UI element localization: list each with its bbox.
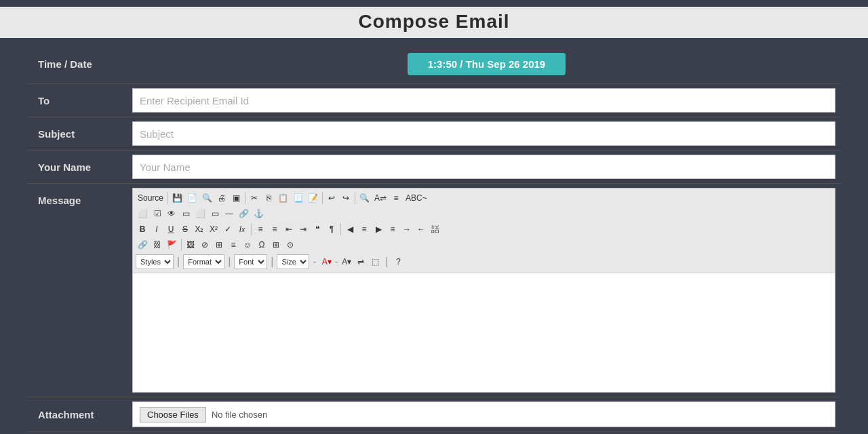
subject-label: Subject bbox=[27, 128, 132, 140]
italic-btn[interactable]: I bbox=[150, 222, 163, 237]
align-center-btn[interactable]: ≡ bbox=[357, 222, 371, 237]
bullet-list-btn[interactable]: ≡ bbox=[268, 222, 281, 237]
align-justify-btn[interactable]: ≡ bbox=[386, 222, 399, 237]
image-btn[interactable]: 🖼 bbox=[184, 237, 197, 252]
find-replace-btn[interactable]: A⇌ bbox=[372, 191, 389, 205]
cut-btn[interactable]: ✂ bbox=[248, 191, 261, 205]
source-btn[interactable]: Source bbox=[136, 191, 165, 205]
bidirtl-btn[interactable]: ← bbox=[414, 222, 428, 237]
superscript-btn[interactable]: X² bbox=[207, 222, 220, 237]
subject-input[interactable] bbox=[132, 121, 835, 146]
copy-btn[interactable]: ⎘ bbox=[262, 191, 275, 205]
print-btn[interactable]: 🖨 bbox=[215, 191, 229, 205]
lang-btn[interactable]: 話 bbox=[429, 222, 442, 237]
paste-word-btn[interactable]: 📝 bbox=[306, 191, 320, 205]
bidiltr-btn[interactable]: → bbox=[400, 222, 414, 237]
your-name-input[interactable] bbox=[132, 155, 835, 179]
decrease-indent-btn[interactable]: ⇤ bbox=[282, 222, 296, 237]
preview2-btn[interactable]: 👁 bbox=[165, 206, 178, 221]
link-btn[interactable]: 🔗 bbox=[237, 206, 251, 221]
sep-7 bbox=[181, 239, 182, 251]
attachment-label: Attachment bbox=[27, 409, 132, 420]
table-btn[interactable]: ⊞ bbox=[212, 237, 226, 252]
increase-indent-btn[interactable]: ⇥ bbox=[296, 222, 310, 237]
templates-btn[interactable]: ▣ bbox=[229, 191, 243, 205]
link2-btn[interactable]: 🔗 bbox=[136, 237, 150, 252]
sep-1 bbox=[167, 192, 168, 204]
strike-btn[interactable]: S bbox=[178, 222, 192, 237]
time-date-value: 1:3:50 / Thu Sep 26 2019 bbox=[408, 53, 566, 75]
align-right-btn[interactable]: ▶ bbox=[372, 222, 385, 237]
font-color-btn[interactable]: A▾ bbox=[320, 254, 334, 269]
paste-format-btn[interactable]: ⬚ bbox=[368, 254, 382, 269]
file-input-wrapper: Choose Files No file chosen bbox=[132, 401, 835, 427]
sep-4 bbox=[355, 192, 355, 204]
toolbar-row-4: 🔗 ⛓ 🚩 🖼 ⊘ ⊞ ≡ ☺ Ω ⊞ ⊙ bbox=[136, 237, 832, 252]
your-name-label: Your Name bbox=[27, 161, 132, 173]
time-date-row: Time / Date 1:3:50 / Thu Sep 26 2019 bbox=[27, 45, 841, 84]
pagebreak-btn[interactable]: ⊞ bbox=[269, 237, 283, 252]
sep-3 bbox=[322, 192, 323, 204]
smiley-btn[interactable]: ☺ bbox=[241, 237, 254, 252]
anchor-btn[interactable]: ⚓ bbox=[252, 206, 266, 221]
unlink-btn[interactable]: ⛓ bbox=[151, 237, 164, 252]
message-row: Message Source 💾 📄 🔍 🖨 ▣ ✂ ⎘ 📋 📃 � bbox=[27, 184, 841, 397]
show-blocks-btn[interactable]: ☑ bbox=[151, 206, 164, 221]
paste-text-btn[interactable]: 📃 bbox=[291, 191, 305, 205]
flash-btn[interactable]: ⊘ bbox=[198, 237, 212, 252]
preview-btn[interactable]: 🔍 bbox=[200, 191, 214, 205]
copy-format2-btn[interactable]: ⇌ bbox=[354, 254, 368, 269]
toolbar-row-1: Source 💾 📄 🔍 🖨 ▣ ✂ ⎘ 📋 📃 📝 ↩ ↪ bbox=[136, 191, 832, 205]
toolbar: Source 💾 📄 🔍 🖨 ▣ ✂ ⎘ 📋 📃 📝 ↩ ↪ bbox=[133, 189, 835, 273]
no-file-text: No file chosen bbox=[212, 410, 267, 420]
save-btn[interactable]: 💾 bbox=[170, 191, 184, 205]
to-input[interactable] bbox=[132, 88, 835, 113]
align-left-btn[interactable]: ◀ bbox=[343, 222, 357, 237]
paste-btn[interactable]: 📋 bbox=[276, 191, 290, 205]
hr-btn[interactable]: — bbox=[222, 206, 236, 221]
maximize-btn[interactable]: ⬜ bbox=[136, 206, 150, 221]
format-select[interactable]: Format bbox=[183, 254, 224, 269]
creatediv-btn[interactable]: ¶ bbox=[325, 222, 338, 237]
copy-format-btn[interactable]: Ix bbox=[235, 222, 249, 237]
numbered-list-btn[interactable]: ≡ bbox=[254, 222, 267, 237]
bold-btn[interactable]: B bbox=[136, 222, 149, 237]
time-date-label: Time / Date bbox=[27, 58, 132, 70]
your-name-row: Your Name bbox=[27, 151, 841, 184]
subscript-btn[interactable]: X₂ bbox=[193, 222, 206, 237]
page-title: Compose Email bbox=[0, 7, 868, 38]
redo-btn[interactable]: ↪ bbox=[339, 191, 353, 205]
spell-btn[interactable]: ABC~ bbox=[403, 191, 429, 205]
div-btn[interactable]: ⬜ bbox=[193, 206, 208, 221]
help-btn[interactable]: ? bbox=[391, 254, 405, 269]
font-select[interactable]: Font bbox=[234, 254, 267, 269]
sep-6 bbox=[340, 223, 341, 235]
btn-btn[interactable]: ▭ bbox=[208, 206, 222, 221]
sep-5 bbox=[251, 223, 252, 235]
undo-btn[interactable]: ↩ bbox=[325, 191, 338, 205]
underline-btn[interactable]: U bbox=[164, 222, 178, 237]
blockquote-btn[interactable]: ❝ bbox=[311, 222, 324, 237]
toolbar-row-5: Styles | Format | Font | Size - A▾ - A▾ … bbox=[136, 253, 832, 271]
toolbar-row-2: ⬜ ☑ 👁 ▭ ⬜ ▭ — 🔗 ⚓ bbox=[136, 206, 832, 221]
subject-row: Subject bbox=[27, 117, 841, 151]
styles-select[interactable]: Styles bbox=[136, 254, 174, 269]
sep-2 bbox=[245, 192, 245, 204]
choose-files-btn[interactable]: Choose Files bbox=[140, 407, 206, 422]
iframe-btn[interactable]: ▭ bbox=[179, 206, 193, 221]
special-btn[interactable]: Ω bbox=[255, 237, 269, 252]
anchor2-btn[interactable]: 🚩 bbox=[165, 237, 179, 252]
message-editor[interactable] bbox=[133, 273, 835, 392]
attachment-row: Attachment Choose Files No file chosen bbox=[27, 397, 841, 432]
removeformat-btn[interactable]: ✓ bbox=[221, 222, 235, 237]
find-btn[interactable]: 🔍 bbox=[357, 191, 372, 205]
to-row: To bbox=[27, 84, 841, 117]
compose-form: Time / Date 1:3:50 / Thu Sep 26 2019 To … bbox=[27, 45, 841, 434]
bg-color-btn[interactable]: A▾ bbox=[340, 254, 353, 269]
new-btn[interactable]: 📄 bbox=[185, 191, 199, 205]
iframe2-btn[interactable]: ⊙ bbox=[283, 237, 297, 252]
to-label: To bbox=[27, 95, 132, 106]
size-select[interactable]: Size bbox=[277, 254, 309, 269]
select-all-btn[interactable]: ≡ bbox=[389, 191, 403, 205]
hline-btn[interactable]: ≡ bbox=[226, 237, 240, 252]
